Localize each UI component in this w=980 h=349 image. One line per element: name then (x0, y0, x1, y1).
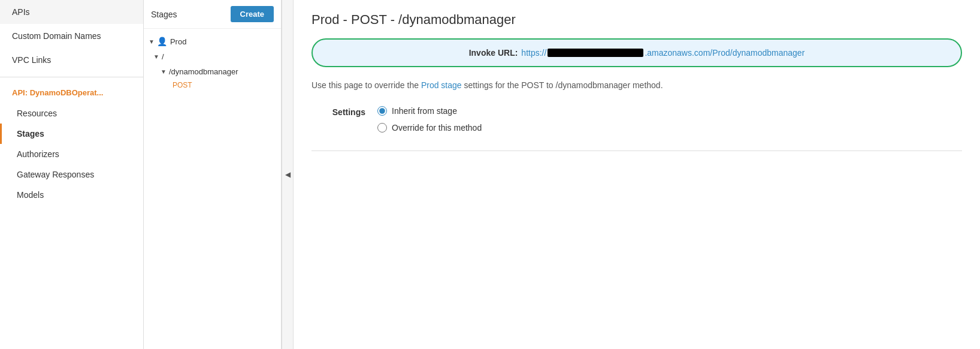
page-title: Prod - POST - /dynamodbmanager (311, 12, 962, 28)
stage-panel-title: Stages (151, 10, 177, 19)
tree-item-slash[interactable]: ▼ / (144, 49, 281, 64)
tree-arrow-dynamodbmanager: ▼ (161, 68, 167, 75)
invoke-url-redacted (548, 49, 643, 57)
collapse-toggle-button[interactable]: ◀ (282, 0, 294, 349)
top-nav: APIs Custom Domain Names VPC Links (0, 0, 143, 72)
api-label-text: API: (12, 88, 28, 97)
tree-item-prod[interactable]: ▼ 👤 Prod (144, 34, 281, 49)
section-divider (311, 151, 962, 151)
radio-override-label[interactable]: Override for this method (392, 123, 482, 133)
radio-item-override[interactable]: Override for this method (377, 123, 482, 133)
settings-section: Settings Inherit from stage Override for… (311, 106, 962, 133)
invoke-url-suffix: .amazonaws.com/Prod/dynamodbmanager (645, 48, 804, 58)
invoke-url-prefix: https:// (521, 48, 546, 58)
radio-item-inherit[interactable]: Inherit from stage (377, 106, 482, 116)
radio-group: Inherit from stage Override for this met… (377, 106, 482, 133)
tree-item-dynamodbmanager[interactable]: ▼ /dynamodbmanager (144, 64, 281, 79)
tree-label-post: POST (173, 81, 192, 89)
user-icon: 👤 (157, 37, 167, 46)
sidebar-item-stages[interactable]: Stages (0, 124, 143, 144)
tree-label-dynamodbmanager: /dynamodbmanager (169, 67, 238, 76)
tree-item-post[interactable]: POST (144, 79, 281, 91)
radio-inherit[interactable] (377, 106, 387, 116)
tree-label-prod: Prod (170, 37, 186, 46)
prod-stage-link[interactable]: Prod stage (421, 80, 462, 90)
main-content: Prod - POST - /dynamodbmanager Invoke UR… (294, 0, 980, 349)
radio-inherit-label[interactable]: Inherit from stage (392, 106, 457, 116)
collapse-arrow-icon: ◀ (285, 170, 291, 179)
description-before: Use this page to override the (311, 80, 421, 90)
description-text: Use this page to override the Prod stage… (311, 79, 962, 92)
invoke-url-banner: Invoke URL: https:// .amazonaws.com/Prod… (311, 38, 962, 67)
sidebar-item-gateway-responses[interactable]: Gateway Responses (0, 164, 143, 185)
description-after: settings for the POST to /dynamodbmanage… (462, 80, 663, 90)
radio-override[interactable] (377, 123, 387, 133)
create-button[interactable]: Create (231, 6, 274, 22)
tree-label-slash: / (162, 52, 164, 61)
api-name: DynamoDBOperat... (30, 88, 104, 97)
sidebar-item-resources[interactable]: Resources (0, 103, 143, 124)
tree-arrow-prod: ▼ (149, 38, 155, 45)
sidebar-item-authorizers[interactable]: Authorizers (0, 144, 143, 164)
invoke-url-label: Invoke URL: (469, 48, 518, 58)
stage-tree: ▼ 👤 Prod ▼ / ▼ /dynamodbmanager POST (144, 29, 281, 349)
tree-arrow-slash: ▼ (153, 53, 159, 60)
stage-panel: Stages Create ▼ 👤 Prod ▼ / ▼ /dynamodbma… (144, 0, 282, 349)
settings-label: Settings (311, 106, 365, 117)
sidebar-item-vpc-links[interactable]: VPC Links (0, 48, 143, 72)
sidebar-divider (0, 77, 143, 77)
sidebar-item-custom-domain-names[interactable]: Custom Domain Names (0, 24, 143, 48)
sidebar-item-apis[interactable]: APIs (0, 0, 143, 24)
sidebar-item-models[interactable]: Models (0, 185, 143, 205)
api-label: API: DynamoDBOperat... (0, 82, 143, 103)
stage-panel-header: Stages Create (144, 0, 281, 29)
left-sidebar: APIs Custom Domain Names VPC Links API: … (0, 0, 144, 349)
